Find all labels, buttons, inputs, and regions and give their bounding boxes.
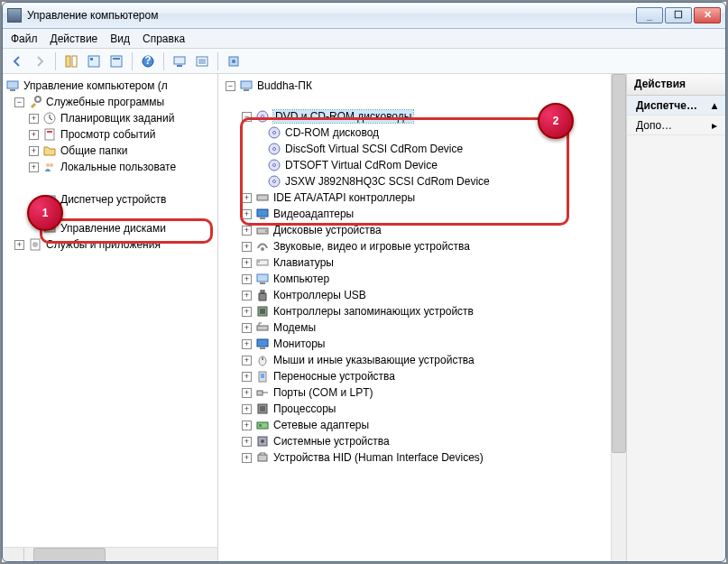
device-category[interactable]: Дисковые устройства: [222, 222, 626, 238]
expand-toggle[interactable]: [14, 97, 24, 107]
device-category[interactable]: Мыши и иные указывающие устройства: [222, 352, 626, 368]
expand-toggle[interactable]: [242, 453, 252, 463]
expand-toggle[interactable]: [242, 421, 252, 430]
dvd-icon: [267, 142, 281, 156]
expand-toggle[interactable]: [242, 258, 252, 268]
device-dvd-child[interactable]: DiscSoft Virtual SCSI CdRom Device: [222, 141, 626, 157]
titlebar: Управление компьютером _ ☐ ✕: [2, 2, 726, 29]
expand-toggle[interactable]: [242, 226, 252, 236]
expand-toggle[interactable]: [242, 291, 252, 300]
expand-toggle[interactable]: [242, 356, 252, 365]
svg-rect-14: [10, 89, 15, 91]
expand-toggle[interactable]: [242, 339, 252, 349]
export-button[interactable]: [106, 51, 126, 71]
device-category[interactable]: Процессоры: [222, 401, 626, 417]
actions-devmgr-row[interactable]: Диспетче… ▴: [627, 96, 726, 116]
tree-scheduler[interactable]: Планировщик заданий: [5, 110, 217, 126]
device-category[interactable]: Порты (COM и LPT): [222, 384, 626, 401]
category-icon: [255, 450, 270, 465]
back-button[interactable]: [7, 51, 27, 71]
category-icon: [255, 190, 270, 205]
device-category[interactable]: Сетевые адаптеры: [222, 417, 626, 433]
properties-button[interactable]: [84, 51, 104, 71]
tree-sharedfolders[interactable]: Общие папки: [5, 143, 217, 159]
device-category[interactable]: Переносные устройства: [222, 368, 626, 384]
dvd-icon: [267, 125, 281, 140]
dvd-icon: [255, 109, 270, 124]
tree-localusers[interactable]: Локальные пользовате: [5, 159, 217, 175]
svg-point-34: [273, 148, 276, 151]
menu-file[interactable]: Файл: [11, 32, 38, 45]
svg-rect-27: [241, 81, 252, 88]
expand-toggle[interactable]: [29, 146, 39, 156]
device-category[interactable]: Мониторы: [222, 336, 626, 352]
expand-toggle[interactable]: [29, 162, 39, 172]
refresh-button[interactable]: [192, 51, 212, 71]
device-category[interactable]: Клавиатуры: [222, 254, 626, 271]
device-category[interactable]: Устройства HID (Human Interface Devices): [222, 449, 626, 466]
expand-toggle[interactable]: [242, 112, 252, 122]
device-category[interactable]: Контроллеры запоминающих устройств: [222, 303, 626, 319]
expand-toggle[interactable]: [242, 274, 252, 284]
menu-action[interactable]: Действие: [51, 32, 98, 45]
menu-help[interactable]: Справка: [143, 32, 185, 45]
console-tree[interactable]: Управление компьютером (л Служебные прог…: [2, 74, 217, 256]
expand-toggle[interactable]: [242, 404, 252, 414]
device-category[interactable]: Компьютер: [222, 271, 626, 287]
device-category[interactable]: Модемы: [222, 319, 626, 336]
collapse-arrow-icon: ▴: [712, 99, 717, 112]
svg-point-64: [261, 439, 264, 443]
expand-toggle[interactable]: [242, 323, 252, 333]
show-hide-tree-button[interactable]: [61, 51, 81, 71]
maximize-button[interactable]: ☐: [665, 7, 692, 23]
device-category[interactable]: Звуковые, видео и игровые устройства: [222, 238, 626, 254]
expand-toggle[interactable]: [14, 240, 24, 250]
svg-rect-5: [113, 58, 120, 60]
tree-eventviewer[interactable]: Просмотр событий: [5, 126, 217, 143]
close-button[interactable]: ✕: [694, 7, 721, 23]
svg-rect-17: [45, 129, 54, 140]
help-button[interactable]: ?: [138, 51, 158, 71]
forward-button[interactable]: [30, 51, 50, 71]
services-icon: [28, 237, 42, 252]
center-vertical-scrollbar[interactable]: [611, 74, 626, 562]
expand-toggle[interactable]: [242, 307, 252, 317]
svg-rect-48: [260, 282, 265, 284]
folder-icon: [42, 143, 57, 158]
svg-point-12: [232, 60, 235, 63]
expand-toggle[interactable]: [242, 209, 252, 219]
left-horizontal-scrollbar[interactable]: [2, 547, 217, 562]
minimize-button[interactable]: _: [636, 7, 663, 23]
device-category[interactable]: Системные устройства: [222, 433, 626, 449]
expand-toggle[interactable]: [242, 193, 252, 203]
device-root[interactable]: Buddha-ПК: [222, 78, 626, 94]
tree-root[interactable]: Управление компьютером (л: [5, 78, 217, 94]
actions-more-row[interactable]: Допо… ▸: [627, 116, 726, 135]
expand-toggle[interactable]: [242, 388, 252, 398]
svg-rect-50: [260, 309, 265, 314]
svg-rect-51: [257, 326, 268, 330]
svg-rect-52: [257, 339, 268, 347]
device-category[interactable]: IDE ATA/ATAPI контроллеры: [222, 190, 626, 206]
svg-rect-62: [259, 424, 262, 427]
scan-button[interactable]: [170, 51, 189, 71]
tree-utilities[interactable]: Служебные программы: [5, 94, 217, 110]
svg-point-26: [32, 242, 38, 247]
tree-services-apps[interactable]: Службы и приложения: [5, 236, 217, 253]
device-category[interactable]: Видеоадаптеры: [222, 206, 626, 222]
expand-toggle[interactable]: [29, 114, 39, 124]
update-driver-button[interactable]: [224, 51, 244, 71]
device-category[interactable]: Контроллеры USB: [222, 287, 626, 303]
svg-rect-3: [90, 58, 93, 60]
device-dvd-child[interactable]: DTSOFT Virtual CdRom Device: [222, 157, 626, 173]
eventviewer-icon: [42, 127, 57, 142]
expand-toggle[interactable]: [226, 81, 235, 91]
expand-toggle[interactable]: [29, 130, 39, 140]
users-icon: [42, 160, 57, 174]
expand-toggle[interactable]: [242, 372, 252, 382]
device-dvd-child[interactable]: JSXW J892N8HQ3C SCSI CdRom Device: [222, 173, 626, 190]
expand-toggle[interactable]: [242, 242, 252, 252]
expand-toggle[interactable]: [242, 437, 252, 447]
menu-view[interactable]: Вид: [110, 32, 130, 45]
svg-point-32: [273, 132, 276, 134]
